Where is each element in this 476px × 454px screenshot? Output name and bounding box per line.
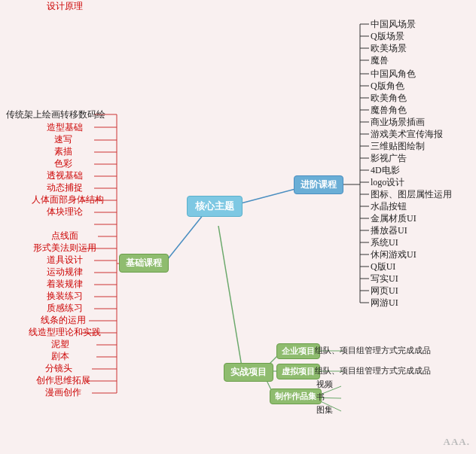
- item-logo: logo设计: [371, 176, 404, 189]
- item-传统: 传统架上绘画转移数码绘: [6, 108, 105, 121]
- item-运动规律: 运动规律: [47, 266, 83, 279]
- item-影视广告: 影视广告: [371, 152, 407, 165]
- item-透视基础: 透视基础: [47, 169, 83, 182]
- sub-视频: 视频: [316, 379, 333, 390]
- jinjiekecheng-node: 进阶课程: [294, 175, 343, 194]
- shizhanxiangmu-label: 实战项目: [224, 363, 273, 382]
- item-欧美场景: 欧美场景: [371, 42, 407, 55]
- item-素描: 素描: [54, 145, 72, 158]
- zhizuozuopinji-node: 制作作品集: [270, 388, 322, 404]
- item-色彩: 色彩: [54, 157, 72, 170]
- item-创作思维: 创作思维拓展: [36, 374, 90, 387]
- item-漫画创作: 漫画创作: [45, 386, 81, 399]
- jinjiekecheng-label: 进阶课程: [294, 175, 343, 194]
- item-线造型: 线造型理论和实践: [29, 326, 101, 339]
- item-设计原理: 设计原理: [47, 0, 83, 13]
- xunixiangmu-node: 虚拟项目: [276, 364, 320, 379]
- item-播放器UI: 播放器UI: [371, 224, 407, 237]
- item-4D电影: 4D电影: [371, 164, 400, 177]
- item-分镜头: 分镜头: [45, 362, 72, 375]
- item-金属UI: 金属材质UI: [371, 212, 416, 225]
- item-欧美角色: 欧美角色: [371, 92, 407, 105]
- watermark: AAA.: [444, 436, 470, 448]
- qiyexiangmu-label: 企业项目: [276, 343, 320, 359]
- center-node: 核心主题: [187, 196, 243, 217]
- item-水晶按钮: 水晶按钮: [371, 200, 407, 213]
- item-游戏美术: 游戏美术宣传海报: [371, 128, 443, 141]
- item-换装练习: 换装练习: [47, 290, 83, 303]
- qiyexiangmu-node: 企业项目: [276, 343, 320, 359]
- item-中国风场景: 中国风场景: [371, 18, 416, 31]
- item-剧本: 剧本: [51, 350, 69, 363]
- svg-line-2: [218, 226, 243, 371]
- jichukecheng-node: 基础课程: [119, 254, 169, 273]
- item-动态捕捉: 动态捕捉: [47, 181, 83, 194]
- item-速写: 速写: [54, 133, 72, 146]
- sub-书: 书: [316, 392, 325, 403]
- xuni-detail: 组队、项目组管理方式完成成品: [315, 365, 431, 376]
- item-道具设计: 道具设计: [47, 254, 83, 267]
- item-人体面部: 人体面部身体结构: [32, 193, 104, 206]
- shizhanxiangmu-node: 实战项目: [224, 363, 273, 382]
- item-休闲游戏UI: 休闲游戏UI: [371, 248, 416, 261]
- item-网游UI: 网游UI: [371, 297, 398, 309]
- item-Q版角色: Q版角色: [371, 80, 404, 93]
- item-Q版UI: Q版UI: [371, 261, 395, 273]
- item-体块理论: 体块理论: [47, 206, 83, 218]
- xunixiangmu-label: 虚拟项目: [276, 364, 320, 379]
- item-网页UI: 网页UI: [371, 285, 398, 297]
- item-中国风角色: 中国风角色: [371, 68, 416, 81]
- sub-图集: 图集: [316, 404, 333, 416]
- mindmap-canvas: 核心主题 基础课程 进阶课程 实战项目 传统架上绘画转移数码绘 造型基础 速写 …: [0, 0, 476, 454]
- center-label: 核心主题: [187, 196, 243, 217]
- item-线条: 线条的运用: [41, 314, 86, 327]
- jichukecheng-label: 基础课程: [119, 254, 169, 273]
- item-着装规律: 着装规律: [47, 278, 83, 291]
- item-商业场景: 商业场景插画: [371, 116, 425, 129]
- item-Q版场景: Q版场景: [371, 30, 404, 43]
- item-系统UI: 系统UI: [371, 236, 398, 249]
- item-形式美: 形式美法则运用: [33, 242, 96, 254]
- item-魔兽: 魔兽: [371, 54, 389, 67]
- svg-line-0: [164, 215, 203, 264]
- item-三维贴图: 三维贴图绘制: [371, 140, 425, 153]
- item-造型基础: 造型基础: [47, 121, 83, 134]
- item-质感练习: 质感练习: [47, 302, 83, 315]
- qiye-detail: 组队、项目组管理方式完成成品: [315, 345, 431, 356]
- item-魔兽角色: 魔兽角色: [371, 104, 407, 117]
- item-点线面: 点线面: [51, 230, 78, 242]
- item-泥塑: 泥塑: [51, 338, 69, 351]
- item-图标: 图标、图层属性运用: [371, 188, 452, 201]
- zhizuozuopinji-label: 制作作品集: [270, 388, 322, 404]
- item-写实UI: 写实UI: [371, 273, 398, 285]
